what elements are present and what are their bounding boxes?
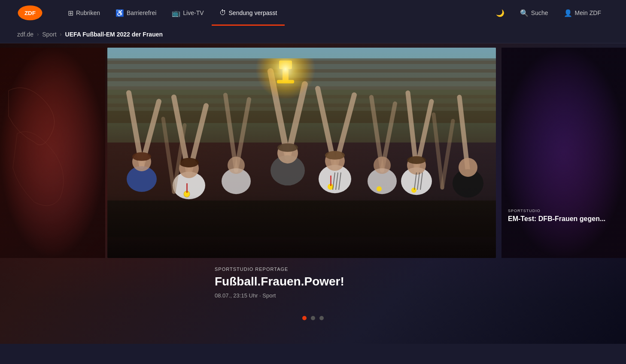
svg-line-61 bbox=[434, 114, 442, 188]
user-icon: 👤 bbox=[564, 9, 572, 17]
carousel-dot-1[interactable] bbox=[311, 316, 315, 320]
accessibility-icon: ♿ bbox=[115, 9, 124, 17]
zdf-logo-svg: ZDF bbox=[17, 4, 43, 21]
breadcrumb-sep-1: › bbox=[37, 31, 39, 37]
nav-live-tv[interactable]: 📺 Live-TV bbox=[164, 0, 211, 26]
nav-rubriken[interactable]: ⊞ Rubriken bbox=[60, 0, 108, 26]
breadcrumb: zdf.de › Sport › UEFA Fußball-EM 2022 de… bbox=[0, 26, 626, 43]
clock-icon: ⏱ bbox=[219, 9, 226, 17]
nav-live-tv-label: Live-TV bbox=[183, 9, 204, 16]
svg-point-53 bbox=[228, 156, 245, 173]
carousel-dots bbox=[0, 307, 626, 327]
svg-rect-23 bbox=[186, 183, 188, 193]
breadcrumb-home[interactable]: zdf.de bbox=[17, 31, 33, 38]
carousel-dot-0[interactable] bbox=[302, 316, 307, 320]
header: ZDF ⊞ Rubriken ♿ Barrierefrei 📺 Live-TV … bbox=[0, 0, 626, 26]
card-info: sportstudio reportage Fußball.Frauen.Pow… bbox=[215, 258, 496, 303]
main-card[interactable]: sportstudio reportage Fußball.Frauen.Pow… bbox=[107, 48, 496, 303]
tv-icon: 📺 bbox=[172, 9, 180, 17]
svg-point-58 bbox=[377, 186, 382, 191]
card-title: Fußball.Frauen.Power! bbox=[215, 274, 496, 289]
svg-line-62 bbox=[442, 121, 453, 188]
svg-point-32 bbox=[277, 143, 298, 152]
svg-point-45 bbox=[411, 188, 416, 193]
svg-text:ZDF: ZDF bbox=[24, 10, 36, 16]
svg-rect-39 bbox=[330, 175, 331, 185]
bottom-vignette bbox=[107, 195, 496, 258]
nav-barrierefrei-label: Barrierefrei bbox=[127, 9, 156, 16]
carousel-wrapper: sportstudio reportage Fußball.Frauen.Pow… bbox=[0, 43, 626, 307]
breadcrumb-sport[interactable]: Sport bbox=[42, 31, 56, 38]
grid-icon: ⊞ bbox=[68, 9, 73, 17]
main-content: sportstudio EM-Test: DFB-Frauen gegen... bbox=[0, 43, 626, 344]
nav-rubriken-label: Rubriken bbox=[76, 9, 100, 16]
nav-barrierefrei[interactable]: ♿ Barrierefrei bbox=[108, 0, 164, 26]
moon-icon: 🌙 bbox=[496, 9, 504, 17]
breadcrumb-current-page: UEFA Fußball-EM 2022 der Frauen bbox=[65, 31, 163, 38]
nav-mein-zdf-label: Mein ZDF bbox=[575, 9, 601, 16]
nav-night-mode[interactable]: 🌙 bbox=[488, 0, 512, 26]
svg-point-57 bbox=[374, 156, 391, 173]
nav-sendung-verpasst[interactable]: ⏱ Sendung verpasst bbox=[212, 0, 285, 26]
nav-mein-zdf[interactable]: 👤 Mein ZDF bbox=[556, 0, 609, 26]
card-category: sportstudio reportage bbox=[215, 267, 496, 272]
svg-point-48 bbox=[459, 158, 477, 176]
svg-point-16 bbox=[132, 152, 151, 161]
card-meta: 08.07., 23:15 Uhr · Sport bbox=[215, 292, 496, 299]
main-nav: ⊞ Rubriken ♿ Barrierefrei 📺 Live-TV ⏱ Se… bbox=[60, 0, 488, 26]
breadcrumb-sep-2: › bbox=[60, 31, 62, 37]
svg-point-21 bbox=[179, 158, 199, 167]
card-image-container bbox=[107, 48, 496, 258]
celebration-photo bbox=[107, 48, 496, 258]
nav-suche-label: Suche bbox=[531, 9, 548, 16]
logo-container[interactable]: ZDF bbox=[17, 4, 43, 21]
svg-point-44 bbox=[407, 156, 426, 164]
nav-sendung-verpasst-label: Sendung verpasst bbox=[229, 9, 277, 16]
svg-line-59 bbox=[163, 118, 174, 192]
svg-point-37 bbox=[325, 151, 345, 159]
search-icon: 🔍 bbox=[520, 9, 529, 17]
right-nav: 🌙 🔍 Suche 👤 Mein ZDF bbox=[488, 0, 609, 26]
carousel-dot-2[interactable] bbox=[319, 316, 324, 320]
nav-suche[interactable]: 🔍 Suche bbox=[512, 0, 556, 26]
